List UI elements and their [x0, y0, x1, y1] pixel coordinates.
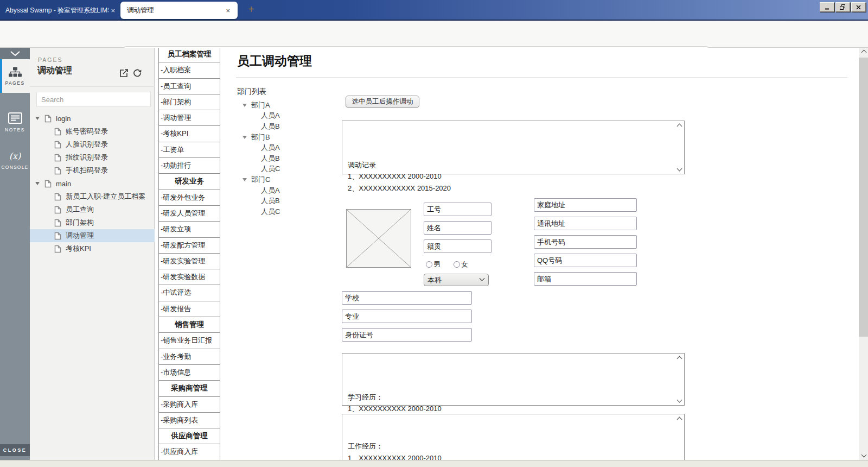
vertical-scrollbar[interactable] — [859, 48, 868, 460]
menu-item[interactable]: -中试评选 — [158, 285, 220, 301]
search-input[interactable] — [36, 92, 151, 107]
menu-item[interactable]: -销售业务日汇报 — [158, 332, 220, 349]
tab-lims[interactable]: Abyssal Swamp - 验室管理系统LIMS × — [5, 3, 117, 17]
dept-node[interactable]: 部门B — [240, 132, 322, 143]
menu-item[interactable]: -研发报告 — [158, 301, 220, 317]
menu-item[interactable]: -采购商入库 — [158, 396, 220, 413]
dept-member[interactable]: 人员C — [240, 206, 322, 217]
tree-node-department-structure[interactable]: 部门架构 — [30, 216, 155, 229]
email-field[interactable] — [534, 272, 637, 286]
caret-down-icon[interactable] — [242, 104, 247, 107]
document-icon — [54, 167, 61, 175]
menu-item[interactable]: -部门架构 — [158, 94, 220, 110]
dept-node[interactable]: 部门A — [240, 100, 322, 111]
tree-node-fingerprint-login[interactable]: 指纹识别登录 — [30, 151, 155, 164]
tab-close-icon[interactable]: × — [108, 6, 117, 15]
dept-member[interactable]: 人员A — [240, 142, 322, 153]
caret-down-icon[interactable] — [242, 136, 247, 139]
close-button[interactable] — [851, 2, 866, 12]
tab-transfer-management[interactable]: 调动管理 × — [120, 2, 238, 19]
gender-radio-female[interactable]: 女 — [454, 260, 468, 269]
menu-header: 采购商管理 — [158, 380, 220, 396]
major-field[interactable] — [342, 310, 472, 323]
menu-item[interactable]: -员工查询 — [158, 78, 220, 94]
transfer-records-textarea[interactable]: 调动记录 1、XXXXXXXXXX 2000-2010 2、XXXXXXXXXX… — [342, 121, 685, 174]
mobile-field[interactable] — [534, 235, 637, 249]
education-select-value: 本科 — [427, 275, 442, 285]
scroll-down-icon[interactable] — [677, 166, 682, 172]
menu-item[interactable]: -采购商列表 — [158, 412, 220, 428]
refresh-icon[interactable] — [132, 68, 142, 78]
menu-item[interactable]: -研发立项 — [158, 221, 220, 237]
new-tab-button[interactable]: + — [245, 4, 257, 16]
menu-item[interactable]: -研发配方管理 — [158, 237, 220, 254]
menu-item[interactable]: -调动管理 — [158, 110, 220, 126]
scroll-up-icon[interactable] — [677, 124, 682, 129]
menu-item[interactable]: -研发外包业务 — [158, 190, 220, 206]
home-address-field[interactable] — [534, 198, 637, 212]
qq-field[interactable] — [534, 254, 637, 267]
image-placeholder-cross — [347, 210, 411, 267]
menu-item[interactable]: -研发人员管理 — [158, 205, 220, 222]
native-place-field[interactable] — [424, 239, 492, 253]
sidebar-collapse-button[interactable] — [0, 48, 30, 59]
dept-member[interactable]: 人员B — [240, 195, 322, 206]
dept-member[interactable]: 人员C — [240, 164, 322, 175]
export-icon[interactable] — [119, 68, 129, 78]
employee-no-field[interactable] — [424, 203, 492, 216]
menu-item[interactable]: -业务考勤 — [158, 349, 220, 365]
id-number-field[interactable] — [342, 328, 472, 342]
horizontal-scrollbar[interactable] — [0, 460, 868, 467]
tree-node-face-login[interactable]: 人脸识别登录 — [30, 138, 155, 151]
tree-node-label: 部门架构 — [66, 218, 94, 228]
radio-icon[interactable] — [454, 261, 460, 268]
dept-node[interactable]: 部门C — [240, 174, 322, 185]
radio-icon[interactable] — [426, 261, 432, 268]
menu-item[interactable]: -研发实验管理 — [158, 253, 220, 269]
scroll-down-icon[interactable] — [677, 397, 682, 403]
name-field[interactable] — [424, 221, 492, 235]
scrollbar-thumb[interactable] — [859, 58, 868, 337]
tab-close-icon[interactable]: × — [224, 6, 232, 15]
restore-button[interactable] — [835, 2, 850, 12]
menu-item[interactable]: -工资单 — [158, 142, 220, 158]
tree-node-kpi[interactable]: 考核KPI — [30, 242, 155, 255]
menu-item[interactable]: -考核KPI — [158, 125, 220, 142]
menu-item[interactable]: -供应商入库 — [158, 444, 220, 460]
scroll-down-icon[interactable] — [861, 452, 866, 458]
menu-item[interactable]: -功勋排行 — [158, 157, 220, 174]
scroll-up-icon[interactable] — [677, 417, 682, 422]
dept-member[interactable]: 人员B — [240, 121, 322, 132]
dept-member[interactable]: 人员B — [240, 153, 322, 164]
minimize-button[interactable] — [820, 2, 834, 12]
department-list-label: 部门列表 — [237, 87, 266, 97]
sidebar-item-pages[interactable]: PAGES — [0, 59, 30, 93]
mailing-address-field[interactable] — [534, 217, 637, 230]
school-field[interactable] — [342, 291, 472, 305]
tree-node-new-employee[interactable]: 新员工入职-建立员工档案 — [30, 190, 155, 203]
education-select[interactable]: 本科 — [424, 274, 489, 286]
menu-item[interactable]: -市场信息 — [158, 364, 220, 381]
dept-member[interactable]: 人员A — [240, 185, 322, 196]
menu-item[interactable]: -入职档案 — [158, 62, 220, 78]
sidebar-item-console[interactable]: (x) CONSOLE — [0, 144, 30, 176]
caret-down-icon[interactable] — [35, 182, 40, 185]
tree-node-qr-login[interactable]: 手机扫码登录 — [30, 164, 155, 177]
scroll-up-icon[interactable] — [677, 356, 682, 362]
tree-node-login[interactable]: login — [30, 112, 155, 125]
work-history-textarea[interactable]: 工作经历： 1、XXXXXXXXXX 2000-2010 2、XXXXXXXXX… — [342, 414, 685, 460]
scroll-up-icon[interactable] — [861, 50, 866, 55]
menu-item[interactable]: -研发实验数据 — [158, 269, 220, 285]
sidebar-item-notes[interactable]: NOTES — [0, 105, 30, 136]
tree-node-password-login[interactable]: 账号密码登录 — [30, 125, 155, 138]
tree-node-transfer-management-selected[interactable]: 调动管理 — [30, 229, 155, 242]
dept-member[interactable]: 人员A — [240, 111, 322, 122]
tree-node-main[interactable]: main — [30, 177, 155, 190]
caret-down-icon[interactable] — [35, 117, 40, 120]
tree-node-employee-query[interactable]: 员工查询 — [30, 203, 155, 216]
gender-radio-male[interactable]: 男 — [426, 260, 441, 269]
study-history-textarea[interactable]: 学习经历： 1、XXXXXXXXXX 2000-2010 2、XXXXXXXXX… — [342, 353, 685, 406]
sidebar-close-button[interactable]: CLOSE — [0, 444, 30, 456]
caret-down-icon[interactable] — [242, 178, 247, 181]
transfer-action-button[interactable]: 选中员工后操作调动 — [346, 96, 419, 108]
